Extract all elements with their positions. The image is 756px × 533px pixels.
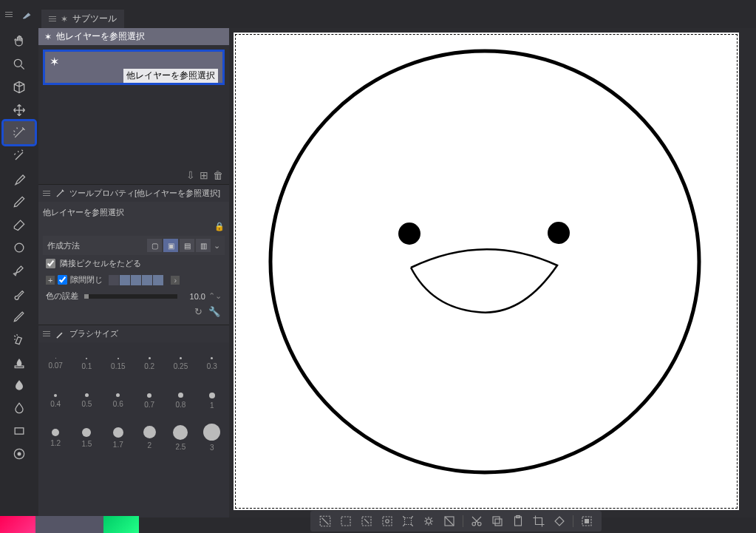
cut-icon[interactable] <box>469 514 484 529</box>
wand-icon: ✶ <box>61 14 68 24</box>
brush-size-item[interactable]: 2 <box>134 419 165 456</box>
zoom-tool[interactable] <box>4 52 35 75</box>
svg-rect-14 <box>405 518 412 525</box>
mode-add-icon[interactable]: ▣ <box>163 239 178 252</box>
invert-icon[interactable] <box>442 514 457 529</box>
blend-tool[interactable] <box>4 350 35 373</box>
chevron-right-icon[interactable]: › <box>171 276 180 285</box>
svg-point-5 <box>18 452 21 455</box>
selection-toolbar <box>310 511 602 532</box>
auto-select-tool[interactable] <box>4 121 35 144</box>
brush-size-item[interactable]: 1 <box>197 382 228 419</box>
trash-icon[interactable]: 🗑 <box>213 169 223 181</box>
export-icon[interactable]: ⇩ <box>186 169 195 181</box>
brush-icon <box>55 329 65 339</box>
brush-size-item[interactable]: 0.4 <box>40 382 71 419</box>
brush-size-item[interactable]: 3 <box>197 419 228 456</box>
color-tolerance-row: 色の誤差 10.0 ⌃⌄ <box>43 288 225 305</box>
wrench-icon[interactable]: 🔧 <box>208 306 220 317</box>
svg-rect-3 <box>15 427 24 433</box>
subtool-item-selected[interactable]: ✶ 他レイヤーを参照選択 <box>43 50 225 85</box>
expand-toggle-icon[interactable]: + <box>46 276 55 285</box>
brush-size-item[interactable]: 2.5 <box>165 419 196 456</box>
tool-property-panel: ツールプロパティ[他レイヤーを参照選択] 他レイヤーを参照選択 🔒 作成方法 ▢… <box>38 184 229 325</box>
mode-new-icon[interactable]: ▢ <box>147 239 162 252</box>
brush-size-item[interactable]: 1.5 <box>71 419 102 456</box>
rect-tool[interactable] <box>4 419 35 442</box>
brush-size-panel: ブラシサイズ 0.070.10.150.20.250.30.40.50.60.7… <box>38 325 229 517</box>
color-mid-swatch[interactable] <box>35 516 103 533</box>
save-sel-icon[interactable] <box>579 514 594 529</box>
marker-tool[interactable] <box>4 259 35 282</box>
move-tool[interactable] <box>4 30 35 52</box>
rect-select-icon[interactable] <box>338 514 353 529</box>
canvas[interactable] <box>234 33 739 510</box>
transform-tool[interactable] <box>4 98 35 121</box>
menu-icon <box>49 16 56 21</box>
brush-size-item[interactable]: 0.07 <box>40 345 71 382</box>
stepper-icon[interactable]: ⌃⌄ <box>208 291 222 301</box>
menu-icon[interactable] <box>43 331 50 336</box>
brush-tool[interactable] <box>4 282 35 305</box>
sparkle-icon: ✶ <box>44 32 52 42</box>
expand-icon[interactable] <box>421 514 436 529</box>
adjacent-pixels-checkbox[interactable] <box>46 259 55 268</box>
svg-rect-19 <box>493 517 500 523</box>
brush-size-item[interactable]: 0.3 <box>197 345 228 382</box>
svg-point-1 <box>15 243 24 252</box>
svg-rect-12 <box>383 517 392 526</box>
brush-size-item[interactable]: 0.5 <box>71 382 102 419</box>
subtool-tab[interactable]: ✶ サブツール <box>41 10 124 28</box>
lasso-icon[interactable] <box>380 514 395 529</box>
lock-icon[interactable]: 🔒 <box>214 222 225 231</box>
paste-icon[interactable] <box>511 514 525 529</box>
adjacent-pixels-row: 隣接ピクセルをたどる <box>43 255 225 272</box>
eyedropper-tool[interactable] <box>4 167 35 190</box>
brush-size-item[interactable]: 0.1 <box>71 345 102 382</box>
copy-icon[interactable] <box>490 514 505 529</box>
wand-large-icon: ✶ <box>50 55 218 69</box>
crop-icon[interactable] <box>531 514 546 529</box>
fill-tool[interactable] <box>4 373 35 396</box>
brush-size-item[interactable]: 0.6 <box>103 382 134 419</box>
brush-size-item[interactable]: 0.7 <box>134 382 165 419</box>
subtool-tab-label: サブツール <box>72 13 117 25</box>
eraser-tool[interactable] <box>4 213 35 236</box>
brush-size-item[interactable]: 0.2 <box>134 345 165 382</box>
background-color-swatch[interactable] <box>103 516 139 533</box>
brush-size-item[interactable]: 0.15 <box>103 345 134 382</box>
shrink-icon[interactable] <box>401 514 415 529</box>
brush-size-item[interactable]: 1.7 <box>103 419 134 456</box>
pen-tool[interactable] <box>4 190 35 213</box>
reset-icon[interactable]: ↻ <box>194 306 202 317</box>
blur-tool[interactable] <box>4 396 35 419</box>
chevron-down-icon[interactable]: ⌄ <box>214 241 220 251</box>
mode-intersect-icon[interactable]: ▥ <box>196 239 211 252</box>
foreground-color-swatch[interactable] <box>0 516 35 533</box>
text-tool[interactable] <box>4 442 35 465</box>
mode-sub-icon[interactable]: ▤ <box>180 239 194 252</box>
svg-point-7 <box>398 223 420 245</box>
pencil-tool[interactable] <box>4 305 35 327</box>
magic-wand-tool[interactable] <box>4 144 35 167</box>
subtool-group-header[interactable]: ✶ 他レイヤーを参照選択 <box>38 28 229 45</box>
brush-size-item[interactable]: 0.25 <box>165 345 196 382</box>
3d-tool[interactable] <box>4 75 35 98</box>
brush-size-grid: 0.070.10.150.20.250.30.40.50.60.70.811.2… <box>38 342 229 459</box>
subtool-panel: ✶ 他レイヤーを参照選択 ✶ 他レイヤーを参照選択 ⇩ ⊞ 🗑 <box>38 28 229 184</box>
tolerance-slider[interactable] <box>84 294 177 299</box>
fill-sel-icon[interactable] <box>552 514 567 529</box>
gap-close-checkbox[interactable] <box>58 275 67 285</box>
main-toolbar <box>0 28 38 517</box>
menu-icon[interactable] <box>43 191 50 196</box>
deselect-icon[interactable] <box>318 514 333 529</box>
brush-size-item[interactable]: 1.2 <box>40 419 71 456</box>
poly-select-icon[interactable] <box>359 514 374 529</box>
airbrush-tool[interactable] <box>4 327 35 350</box>
gap-close-levels[interactable] <box>109 275 163 285</box>
duplicate-icon[interactable]: ⊞ <box>200 169 208 181</box>
shape-tool[interactable] <box>4 236 35 259</box>
brush-size-item[interactable]: 0.8 <box>165 382 196 419</box>
color-strip[interactable] <box>0 516 139 533</box>
main-menu-icon[interactable] <box>5 12 13 17</box>
